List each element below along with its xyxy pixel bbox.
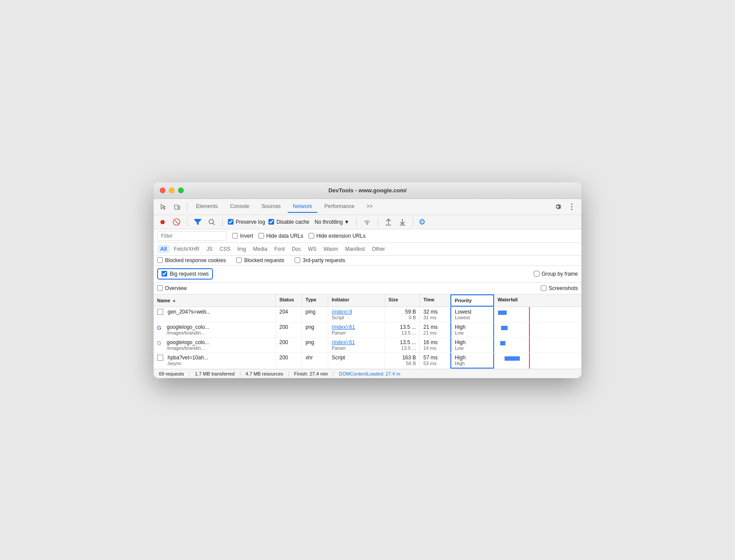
table-row[interactable]: gen_204?s=web... 204 ping (index):9 Scri… xyxy=(154,307,581,322)
th-type[interactable]: Type xyxy=(302,294,328,307)
network-settings-icon[interactable]: ⚙ xyxy=(419,217,426,227)
type-filter-ws[interactable]: WS xyxy=(305,245,319,253)
blocked-requests-checkbox[interactable]: Blocked requests xyxy=(236,257,284,263)
search-icon[interactable] xyxy=(206,217,217,227)
type-filter-other[interactable]: Other xyxy=(369,245,388,253)
maximize-button[interactable] xyxy=(178,188,184,193)
td-waterfall xyxy=(494,338,581,352)
network-table: Name ▲ Status Type Initiator Size Time P… xyxy=(154,294,581,369)
row-checkbox[interactable] xyxy=(157,309,163,315)
overview-screenshots-bar: Overview Screenshots xyxy=(154,283,581,294)
divider2 xyxy=(187,218,187,226)
device-toggle-icon[interactable] xyxy=(171,201,183,213)
close-button[interactable] xyxy=(160,188,165,193)
kebab-menu-icon[interactable] xyxy=(566,201,578,213)
wifi-icon[interactable] xyxy=(362,217,372,227)
svg-point-2 xyxy=(571,203,573,205)
td-waterfall xyxy=(494,353,581,369)
th-initiator[interactable]: Initiator xyxy=(328,294,385,307)
tab-elements[interactable]: Elements xyxy=(191,201,223,213)
network-toolbar: ⏺ 🚫 Preserve log Disable cache No thrott… xyxy=(154,215,581,229)
table-row[interactable]: G G googlelogo_colo... /images/brandin..… xyxy=(154,322,581,338)
clear-button[interactable]: 🚫 xyxy=(171,217,182,227)
devtools-body: Elements Console Sources Network Perform… xyxy=(154,199,581,378)
settings-icon[interactable] xyxy=(552,201,564,213)
upload-icon[interactable] xyxy=(383,217,394,227)
td-time: 16 ms 14 ms xyxy=(420,338,450,352)
tab-more[interactable]: >> xyxy=(361,201,378,213)
th-waterfall[interactable]: Waterfall xyxy=(494,294,581,307)
record-stop-button[interactable]: ⏺ xyxy=(157,217,168,227)
disable-cache-checkbox[interactable]: Disable cache xyxy=(268,219,309,225)
filter-icon[interactable] xyxy=(192,217,203,227)
type-filter-js[interactable]: JS xyxy=(203,245,216,253)
td-time: 57 ms 53 ms xyxy=(420,353,450,369)
td-priority: High Low xyxy=(450,338,494,352)
td-initiator: Script xyxy=(328,353,385,369)
toolbar-right xyxy=(552,201,578,213)
preserve-log-checkbox[interactable]: Preserve log xyxy=(228,219,265,225)
type-filter-manifest[interactable]: Manifest xyxy=(342,245,368,253)
divider4 xyxy=(356,218,357,226)
td-status: 200 xyxy=(276,353,302,369)
td-priority: High High xyxy=(450,353,494,369)
type-filter-wasm[interactable]: Wasm xyxy=(320,245,341,253)
th-priority[interactable]: Priority xyxy=(450,294,494,307)
invert-checkbox[interactable]: Invert xyxy=(232,233,253,239)
chevron-down-icon: ▼ xyxy=(344,219,349,225)
tab-console[interactable]: Console xyxy=(225,201,254,213)
type-filter-bar: All Fetch/XHR JS CSS Img Media Font Doc … xyxy=(154,243,581,256)
hide-extension-urls-checkbox[interactable]: Hide extension URLs xyxy=(309,233,366,239)
th-size[interactable]: Size xyxy=(385,294,420,307)
type-filter-doc[interactable]: Doc xyxy=(289,245,304,253)
screenshots-checkbox[interactable]: Screenshots xyxy=(541,285,578,291)
th-name[interactable]: Name ▲ xyxy=(154,294,276,307)
type-filter-img[interactable]: Img xyxy=(234,245,249,253)
blocked-cookies-checkbox[interactable]: Blocked response cookies xyxy=(157,257,226,263)
svg-point-3 xyxy=(571,206,573,207)
tab-sources[interactable]: Sources xyxy=(256,201,286,213)
throttle-select[interactable]: No throttling ▼ xyxy=(313,218,351,226)
td-type: png xyxy=(302,322,328,337)
svg-point-5 xyxy=(209,219,213,224)
download-icon[interactable] xyxy=(397,217,408,227)
td-priority: High Low xyxy=(450,322,494,337)
td-size: 59 B 0 B xyxy=(385,307,420,322)
divider xyxy=(187,202,187,211)
title-bar: DevTools - www.google.com/ xyxy=(154,182,581,199)
group-by-frame-checkbox[interactable]: Group by frame xyxy=(534,271,578,277)
filter-options: Invert Hide data URLs Hide extension URL… xyxy=(232,233,365,239)
type-filter-media[interactable]: Media xyxy=(250,245,271,253)
big-request-rows-checkbox[interactable]: Big request rows xyxy=(157,268,213,280)
filter-input[interactable] xyxy=(157,231,227,241)
svg-text:G: G xyxy=(157,325,161,331)
table-header: Name ▲ Status Type Initiator Size Time P… xyxy=(154,294,581,307)
third-party-checkbox[interactable]: 3rd-party requests xyxy=(295,257,345,263)
th-status[interactable]: Status xyxy=(276,294,302,307)
tab-performance[interactable]: Performance xyxy=(319,201,360,213)
td-name: G G googlelogo_colo... /images/brandin..… xyxy=(154,322,276,337)
traffic-lights xyxy=(160,188,184,193)
overview-checkbox[interactable]: Overview xyxy=(157,285,187,291)
type-filter-fetch[interactable]: Fetch/XHR xyxy=(171,245,203,253)
type-filter-css[interactable]: CSS xyxy=(216,245,234,253)
table-row[interactable]: G googlelogo_colo... /images/brandin... … xyxy=(154,338,581,353)
google-favicon-icon: G xyxy=(157,339,164,346)
row-checkbox[interactable] xyxy=(157,355,163,361)
sort-arrow-icon: ▲ xyxy=(172,298,176,303)
filter-bar: Invert Hide data URLs Hide extension URL… xyxy=(154,229,581,243)
svg-point-4 xyxy=(571,208,573,210)
table-row[interactable]: hpba?vet=10ah... /async 200 xhr Script 1… xyxy=(154,353,581,369)
td-initiator: (index):61 Parser xyxy=(328,322,385,337)
hide-data-urls-checkbox[interactable]: Hide data URLs xyxy=(258,233,303,239)
type-filter-font[interactable]: Font xyxy=(271,245,288,253)
th-time[interactable]: Time xyxy=(420,294,450,307)
td-size: 13.5 ... 13.5 ... xyxy=(385,322,420,337)
tab-network[interactable]: Network xyxy=(288,201,317,213)
status-dom-content: DOMContentLoaded: 27.4 m xyxy=(333,371,405,376)
td-waterfall xyxy=(494,322,581,337)
minimize-button[interactable] xyxy=(169,188,175,193)
select-element-icon[interactable] xyxy=(157,201,169,213)
type-filter-all[interactable]: All xyxy=(157,245,170,253)
td-type: png xyxy=(302,338,328,352)
